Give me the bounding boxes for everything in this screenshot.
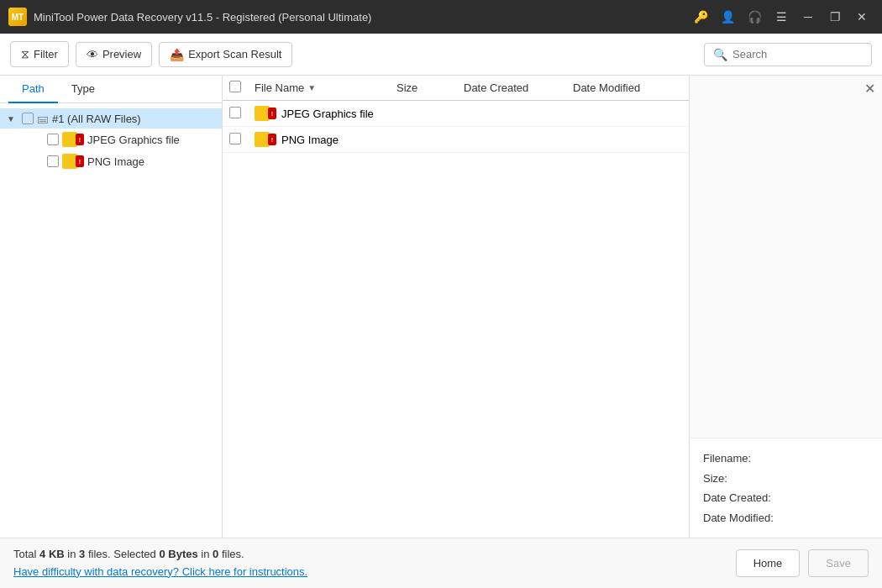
row-name-col-png: ! PNG Image [255, 132, 396, 147]
header-size-col[interactable]: Size [396, 81, 464, 94]
file-table-header: File Name ▼ Size Date Created Date Modif… [223, 76, 689, 101]
header-date-created-label: Date Created [464, 81, 528, 94]
tree-item-png-label: PNG Image [87, 155, 144, 168]
header-checkbox[interactable] [229, 81, 241, 92]
status-bar: Total 4 KB in 3 files. Selected 0 Bytes … [0, 538, 882, 588]
key-icon[interactable]: 🔑 [689, 5, 712, 29]
header-date-created-col[interactable]: Date Created [464, 81, 573, 94]
user-icon[interactable]: 👤 [716, 5, 739, 29]
header-date-modified-label: Date Modified [573, 81, 640, 94]
search-input[interactable] [732, 48, 863, 60]
table-row[interactable]: ! JPEG Graphics file [223, 101, 689, 127]
status-files: files. Selected [85, 548, 159, 560]
header-check-col [229, 81, 255, 95]
chevron-down-icon: ▼ [7, 114, 18, 123]
app-icon: MT [8, 8, 27, 26]
file-table: File Name ▼ Size Date Created Date Modif… [223, 76, 689, 538]
status-in: in [65, 548, 79, 560]
tree-root-label: #1 (All RAW Files) [52, 113, 141, 125]
jpeg-checkbox[interactable] [47, 134, 59, 145]
tree-item-png[interactable]: ! PNG Image [25, 150, 222, 172]
restore-button[interactable]: ❐ [823, 5, 847, 29]
row-filename-jpeg: JPEG Graphics file [281, 108, 374, 120]
left-panel: Path Type ▼ 🖴 #1 (All RAW Files) ! [0, 76, 223, 538]
filename-row: Filename: [703, 449, 869, 468]
tree-item-jpeg[interactable]: ! JPEG Graphics file [25, 129, 222, 150]
status-total-prefix: Total [13, 548, 39, 560]
date-modified-label: Date Modified: [703, 508, 774, 528]
root-checkbox[interactable] [22, 113, 34, 124]
preview-label: Preview [102, 48, 141, 60]
jpeg-icon-badge: ! [76, 134, 84, 145]
filter-icon: ⧖ [21, 47, 29, 61]
png-row-icon-badge: ! [268, 134, 276, 145]
header-date-modified-col[interactable]: Date Modified [573, 81, 682, 94]
png-icon-badge: ! [76, 155, 84, 167]
main-content: Path Type ▼ 🖴 #1 (All RAW Files) ! [0, 76, 882, 538]
minimize-button[interactable]: ─ [796, 5, 820, 29]
preview-icon: 👁 [87, 48, 98, 61]
jpeg-row-icon-badge: ! [268, 108, 276, 119]
search-box: 🔍 [704, 43, 872, 66]
status-files2: files. [218, 548, 244, 560]
filter-button[interactable]: ⧖ Filter [10, 41, 69, 67]
date-created-row: Date Created: [703, 488, 869, 507]
menu-icon[interactable]: ☰ [769, 5, 793, 29]
header-size-label: Size [396, 81, 417, 94]
help-link[interactable]: Have difficulty with data recovery? Clic… [13, 564, 727, 581]
export-button[interactable]: 📤 Export Scan Result [159, 42, 292, 67]
app-title: MiniTool Power Data Recovery v11.5 - Reg… [34, 11, 689, 24]
filename-label: Filename: [703, 449, 751, 468]
close-button[interactable]: ✕ [850, 5, 874, 29]
window-controls: 🔑 👤 🎧 ☰ ─ ❐ ✕ [689, 5, 874, 29]
status-selected-bytes: 0 Bytes [159, 548, 197, 560]
toolbar: ⧖ Filter 👁 Preview 📤 Export Scan Result … [0, 34, 882, 76]
size-label: Size: [703, 469, 727, 488]
header-filename-col[interactable]: File Name ▼ [255, 81, 396, 94]
search-icon: 🔍 [713, 48, 727, 61]
export-label: Export Scan Result [188, 48, 281, 60]
jpeg-row-icon: ! [255, 106, 276, 121]
home-button[interactable]: Home [736, 549, 801, 577]
preview-button[interactable]: 👁 Preview [76, 42, 152, 67]
tree-root-item[interactable]: ▼ 🖴 #1 (All RAW Files) [0, 108, 222, 129]
tree-children: ! JPEG Graphics file ! PNG Image [0, 129, 222, 172]
preview-image-area [690, 76, 882, 438]
sort-arrow-icon: ▼ [307, 83, 316, 92]
row-check-col [229, 133, 255, 147]
export-icon: 📤 [170, 48, 184, 61]
hdd-icon: 🖴 [37, 112, 49, 125]
tab-type[interactable]: Type [58, 76, 108, 103]
row-filename-png: PNG Image [281, 134, 339, 146]
date-created-label: Date Created: [703, 488, 771, 507]
row-checkbox-png[interactable] [229, 133, 241, 144]
size-row: Size: [703, 469, 869, 488]
status-total-size: 4 KB [39, 548, 65, 560]
save-button[interactable]: Save [808, 549, 869, 577]
filter-label: Filter [34, 48, 58, 60]
row-name-col: ! JPEG Graphics file [255, 106, 396, 121]
png-folder-icon: ! [62, 154, 84, 169]
headset-icon[interactable]: 🎧 [743, 5, 766, 29]
preview-close-button[interactable]: ✕ [864, 81, 875, 97]
status-text: Total 4 KB in 3 files. Selected 0 Bytes … [13, 546, 727, 581]
table-row[interactable]: ! PNG Image [223, 127, 689, 153]
tab-path[interactable]: Path [8, 76, 58, 103]
date-modified-row: Date Modified: [703, 508, 869, 528]
tree-panel: ▼ 🖴 #1 (All RAW Files) ! JPEG Graphics f… [0, 103, 222, 538]
jpeg-folder-icon: ! [62, 132, 84, 147]
preview-panel: ✕ Filename: Size: Date Created: Date Mod… [689, 76, 882, 538]
file-list-panel: File Name ▼ Size Date Created Date Modif… [223, 76, 689, 538]
status-in2: in [198, 548, 213, 560]
row-check-col [229, 107, 255, 121]
title-bar: MT MiniTool Power Data Recovery v11.5 - … [0, 0, 882, 34]
png-row-icon: ! [255, 132, 276, 147]
row-checkbox-jpeg[interactable] [229, 107, 241, 118]
header-filename-label: File Name [255, 81, 304, 94]
tab-strip: Path Type [0, 76, 222, 103]
tree-item-jpeg-label: JPEG Graphics file [87, 134, 180, 146]
file-info: Filename: Size: Date Created: Date Modif… [690, 438, 882, 538]
png-checkbox[interactable] [47, 155, 59, 167]
